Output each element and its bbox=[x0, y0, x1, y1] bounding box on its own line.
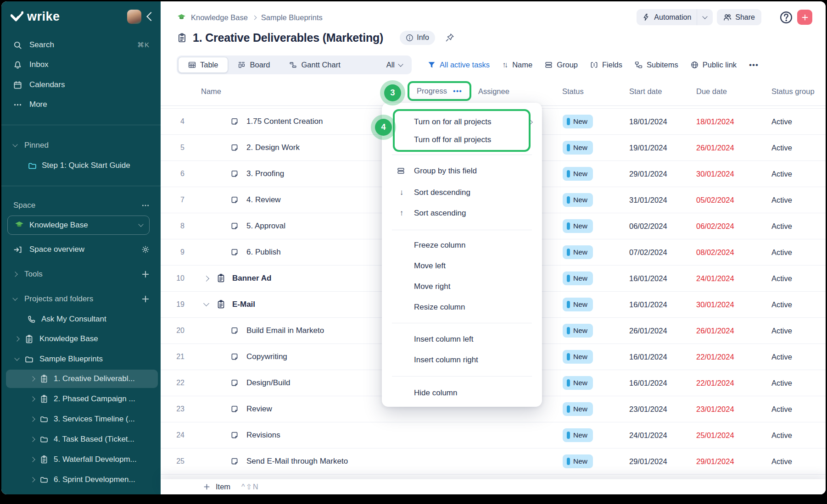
automation-button[interactable]: Automation bbox=[637, 9, 713, 25]
start-date[interactable]: 16/01/2024 bbox=[629, 292, 667, 317]
start-date[interactable]: 24/01/2024 bbox=[629, 422, 667, 448]
start-date[interactable]: 26/01/2024 bbox=[629, 318, 667, 343]
sidebar-item-blueprint[interactable]: 3. Services Timeline (... bbox=[1, 409, 161, 429]
due-date[interactable]: 30/01/2024 bbox=[696, 161, 734, 187]
menu-item-resize-column[interactable]: Resize column bbox=[382, 300, 542, 314]
due-date[interactable]: 24/01/2024 bbox=[696, 266, 734, 291]
public-link-button[interactable]: Public link bbox=[691, 61, 737, 69]
fields-button[interactable]: Fields bbox=[590, 61, 622, 69]
sidebar-item-tools[interactable]: Tools bbox=[1, 264, 161, 284]
column-header-progress-highlight[interactable]: Progress ••• bbox=[408, 81, 471, 101]
tab-table[interactable]: Table bbox=[178, 57, 228, 73]
status-badge[interactable]: New bbox=[563, 271, 593, 285]
chevron-right-icon[interactable] bbox=[30, 457, 35, 462]
status-badge[interactable]: New bbox=[563, 219, 593, 233]
start-date[interactable]: 16/01/2024 bbox=[629, 370, 667, 396]
sidebar-item-blueprint[interactable]: 6. Sprint Developmen... bbox=[1, 470, 161, 490]
help-button[interactable] bbox=[779, 11, 793, 24]
start-date[interactable]: 18/01/2024 bbox=[629, 109, 667, 134]
table-row[interactable]: 25 Send E-Mail through Marketo New 29/01… bbox=[161, 449, 826, 475]
column-header-assignee[interactable]: Assignee bbox=[478, 77, 509, 105]
due-date[interactable]: 22/01/2024 bbox=[696, 344, 734, 370]
subitems-button[interactable]: Subitems bbox=[635, 61, 678, 69]
start-date[interactable]: 06/02/2024 bbox=[629, 213, 667, 239]
task-name[interactable]: Copywriting bbox=[246, 344, 287, 370]
tab-board[interactable]: Board bbox=[228, 57, 279, 73]
projects-section-header[interactable]: Projects and folders bbox=[1, 289, 161, 309]
expand-chevron[interactable] bbox=[203, 276, 209, 282]
expand-chevron[interactable] bbox=[203, 300, 209, 306]
breadcrumb-link[interactable]: Knowledge Base bbox=[191, 13, 248, 22]
due-date[interactable]: 05/02/2024 bbox=[696, 187, 734, 213]
plus-icon[interactable] bbox=[141, 295, 150, 303]
due-date[interactable]: 08/02/2024 bbox=[696, 239, 734, 265]
start-date[interactable]: 19/01/2024 bbox=[629, 135, 667, 161]
due-date[interactable]: 22/01/2024 bbox=[696, 370, 734, 396]
column-header-due-date[interactable]: Due date bbox=[696, 77, 727, 105]
menu-item-turn-on-all-projects[interactable]: Turn on for all projects bbox=[382, 115, 542, 129]
menu-item-move-left[interactable]: Move left bbox=[382, 259, 542, 273]
status-badge[interactable]: New bbox=[563, 298, 593, 311]
tab-gantt-chart[interactable]: Gantt Chart bbox=[279, 57, 350, 73]
task-name[interactable]: Banner Ad bbox=[232, 266, 271, 291]
sidebar-item-calendars[interactable]: Calendars bbox=[1, 75, 161, 95]
menu-item-move-right[interactable]: Move right bbox=[382, 280, 542, 294]
column-header-status-group[interactable]: Status group bbox=[771, 77, 815, 105]
start-date[interactable]: 07/02/2024 bbox=[629, 239, 667, 265]
start-date[interactable]: 16/01/2024 bbox=[629, 266, 667, 291]
column-menu-button[interactable]: ••• bbox=[453, 87, 462, 95]
due-date[interactable]: 30/01/2024 bbox=[696, 292, 734, 317]
chevron-right-icon[interactable] bbox=[30, 416, 35, 421]
column-header-name[interactable]: Name bbox=[201, 77, 221, 105]
status-badge[interactable]: New bbox=[563, 324, 593, 338]
task-name[interactable]: 6. Publish bbox=[246, 239, 281, 265]
task-name[interactable]: 5. Approval bbox=[246, 213, 285, 239]
start-date[interactable]: 16/01/2024 bbox=[629, 344, 667, 370]
share-button[interactable]: Share bbox=[717, 9, 761, 25]
sidebar-item-blueprint[interactable]: 4. Task Based (Ticket... bbox=[1, 429, 161, 449]
task-name[interactable]: Design/Build bbox=[246, 370, 290, 396]
sidebar-item-blueprint[interactable]: 5. Waterfall Developm... bbox=[1, 449, 161, 470]
task-name[interactable]: Revisions bbox=[246, 422, 280, 448]
sidebar-item-blueprint[interactable]: 7. Hybrid Agile-waterf... bbox=[1, 490, 161, 494]
space-selector[interactable]: Knowledge Base bbox=[7, 216, 150, 235]
status-badge[interactable]: New bbox=[563, 141, 593, 155]
plus-icon[interactable] bbox=[141, 270, 150, 278]
status-badge[interactable]: New bbox=[563, 193, 593, 207]
chevron-right-icon[interactable] bbox=[30, 437, 35, 442]
chevron-right-icon[interactable] bbox=[30, 396, 35, 401]
task-name[interactable]: E-Mail bbox=[232, 292, 255, 317]
chevron-right-icon[interactable] bbox=[30, 477, 35, 482]
group-button[interactable]: Group bbox=[545, 61, 578, 69]
task-name[interactable]: 1.75 Content Creation bbox=[246, 109, 323, 134]
add-item-button[interactable]: Item bbox=[216, 482, 230, 491]
menu-item-sort-ascending[interactable]: ↑ Sort ascending bbox=[382, 206, 542, 220]
status-badge[interactable]: New bbox=[563, 350, 593, 364]
menu-item-insert-column-left[interactable]: Insert column left bbox=[382, 332, 542, 346]
start-date[interactable]: 29/01/2024 bbox=[629, 449, 667, 474]
column-header-start-date[interactable]: Start date bbox=[629, 77, 662, 105]
gear-icon[interactable] bbox=[141, 245, 150, 254]
menu-item-turn-off-all-projects[interactable]: Turn off for all projects bbox=[382, 133, 542, 147]
status-badge[interactable]: New bbox=[563, 454, 593, 468]
menu-item-group-by-field[interactable]: Group by this field bbox=[382, 164, 542, 178]
task-name[interactable]: Send E-Mail through Marketo bbox=[246, 449, 348, 474]
filter-button[interactable]: All active tasks bbox=[428, 61, 490, 69]
due-date[interactable]: 29/01/2024 bbox=[696, 449, 734, 474]
status-badge[interactable]: New bbox=[563, 376, 593, 390]
column-header-progress[interactable]: Progress bbox=[417, 87, 447, 95]
chevron-right-icon[interactable] bbox=[30, 376, 35, 381]
start-date[interactable]: 29/01/2024 bbox=[629, 161, 667, 187]
sidebar-item-search[interactable]: Search ⌘K bbox=[1, 35, 161, 55]
start-date[interactable]: 23/01/2024 bbox=[629, 396, 667, 422]
due-date[interactable]: 18/01/2024 bbox=[696, 109, 734, 134]
pin-icon[interactable] bbox=[445, 33, 454, 42]
toolbar-more-button[interactable]: ••• bbox=[749, 61, 759, 70]
collapse-sidebar-icon[interactable] bbox=[146, 12, 156, 21]
due-date[interactable]: 25/01/2024 bbox=[696, 422, 734, 448]
task-name[interactable]: 3. Proofing bbox=[246, 161, 284, 187]
task-name[interactable]: Review bbox=[246, 396, 272, 422]
start-date[interactable]: 31/01/2024 bbox=[629, 187, 667, 213]
status-badge[interactable]: New bbox=[563, 245, 593, 259]
info-button[interactable]: Info bbox=[400, 31, 435, 45]
